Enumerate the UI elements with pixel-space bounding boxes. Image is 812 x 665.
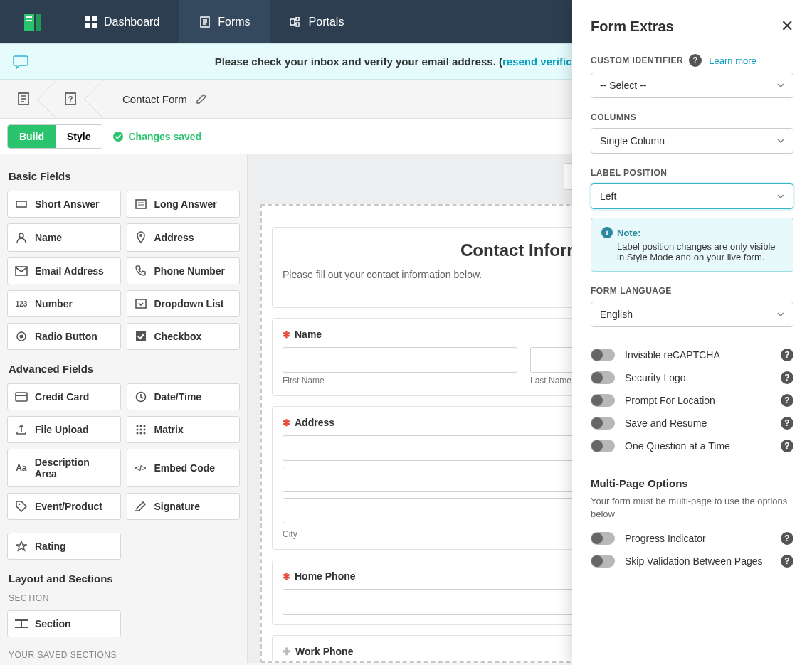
user-icon bbox=[15, 232, 28, 243]
field-signature[interactable]: Signature bbox=[127, 493, 241, 520]
pin-icon bbox=[135, 231, 147, 244]
dashboard-icon bbox=[85, 16, 98, 28]
clock-icon bbox=[135, 391, 147, 403]
advanced-fields-heading: Advanced Fields bbox=[9, 363, 240, 375]
first-name-input[interactable] bbox=[283, 347, 517, 373]
one-question-label: One Question at a Time bbox=[625, 440, 771, 452]
help-icon[interactable]: ? bbox=[781, 394, 793, 407]
address-label: Address bbox=[295, 417, 334, 428]
field-label: Address bbox=[154, 232, 194, 243]
field-label: Matrix bbox=[154, 424, 184, 435]
field-matrix[interactable]: Matrix bbox=[127, 416, 241, 443]
info-icon: i bbox=[601, 227, 613, 238]
name-label: Name bbox=[295, 329, 322, 340]
security-logo-label: Security Logo bbox=[625, 372, 771, 383]
field-long-answer[interactable]: Long Answer bbox=[127, 191, 241, 218]
help-icon[interactable]: ? bbox=[781, 349, 793, 361]
field-label: Short Answer bbox=[35, 198, 100, 210]
field-name[interactable]: Name bbox=[7, 223, 121, 252]
svg-rect-4 bbox=[85, 16, 90, 21]
mail-icon bbox=[15, 266, 28, 276]
field-label: Name bbox=[35, 232, 62, 243]
columns-select[interactable]: Single Column bbox=[591, 128, 793, 154]
field-embed-code[interactable]: </>Embed Code bbox=[127, 449, 241, 487]
edit-pencil-icon[interactable] bbox=[196, 93, 207, 105]
label-position-select[interactable]: Left bbox=[591, 183, 793, 209]
section-icon bbox=[15, 619, 28, 629]
toggle-location[interactable] bbox=[591, 394, 615, 407]
custom-identifier-select[interactable]: -- Select -- bbox=[591, 73, 793, 98]
field-section[interactable]: Section bbox=[7, 610, 121, 637]
form-language-select[interactable]: English bbox=[591, 302, 793, 327]
field-checkbox[interactable]: Checkbox bbox=[127, 323, 241, 350]
field-label: Embed Code bbox=[154, 462, 216, 474]
toggle-save-resume[interactable] bbox=[591, 417, 615, 430]
field-phone-number[interactable]: Phone Number bbox=[127, 257, 241, 284]
field-description-area[interactable]: AaDescription Area bbox=[7, 449, 121, 487]
help-icon[interactable]: ? bbox=[781, 555, 793, 568]
field-event-product[interactable]: Event/Product bbox=[7, 493, 121, 520]
star-icon bbox=[15, 541, 28, 552]
help-icon[interactable]: ? bbox=[781, 440, 793, 452]
toggle-skip-validation[interactable] bbox=[591, 555, 615, 568]
nav-portals-label: Portals bbox=[309, 16, 344, 28]
multi-page-desc: Your form must be multi-page to use the … bbox=[591, 495, 793, 521]
changes-saved-indicator: Changes saved bbox=[112, 131, 201, 142]
field-address[interactable]: Address bbox=[127, 223, 241, 252]
learn-more-link[interactable]: Learn more bbox=[709, 55, 756, 66]
field-label: Email Address bbox=[35, 265, 104, 277]
field-date-time[interactable]: Date/Time bbox=[127, 383, 241, 410]
field-label: Phone Number bbox=[154, 265, 226, 277]
help-icon[interactable]: ? bbox=[781, 371, 793, 384]
svg-point-23 bbox=[113, 132, 123, 142]
field-number[interactable]: 123Number bbox=[7, 290, 121, 317]
portals-icon bbox=[290, 16, 303, 28]
build-tab[interactable]: Build bbox=[8, 125, 56, 148]
nav-forms[interactable]: Forms bbox=[179, 0, 270, 43]
note-description: Label position changes are only visible … bbox=[617, 241, 783, 262]
svg-rect-24 bbox=[16, 201, 26, 207]
nav-dashboard[interactable]: Dashboard bbox=[65, 0, 179, 43]
app-logo[interactable] bbox=[0, 0, 65, 43]
style-tab[interactable]: Style bbox=[56, 125, 102, 148]
field-label: Long Answer bbox=[154, 198, 217, 210]
optional-icon: ✚ bbox=[283, 646, 291, 657]
field-file-upload[interactable]: File Upload bbox=[7, 416, 121, 443]
help-icon[interactable]: ? bbox=[689, 54, 702, 67]
field-dropdown-list[interactable]: Dropdown List bbox=[127, 290, 241, 317]
close-panel-button[interactable]: ✕ bbox=[781, 17, 793, 36]
field-rating[interactable]: Rating bbox=[7, 533, 121, 560]
field-credit-card[interactable]: Credit Card bbox=[7, 383, 121, 410]
logo-icon bbox=[21, 11, 44, 33]
field-email-address[interactable]: Email Address bbox=[7, 257, 121, 284]
nav-portals[interactable]: Portals bbox=[270, 0, 364, 43]
help-icon[interactable]: ? bbox=[781, 417, 793, 430]
chevron-down-icon bbox=[777, 139, 784, 143]
recaptcha-label: Invisible reCAPTCHA bbox=[625, 349, 771, 361]
svg-rect-6 bbox=[85, 23, 90, 28]
breadcrumb-home[interactable] bbox=[0, 80, 47, 119]
label-position-note: iNote: Label position changes are only v… bbox=[591, 218, 793, 272]
columns-label: COLUMNS bbox=[591, 112, 793, 122]
first-name-sublabel: First Name bbox=[283, 376, 517, 385]
custom-identifier-label: CUSTOM IDENTIFIER ? Learn more bbox=[591, 54, 793, 67]
svg-point-29 bbox=[139, 234, 142, 237]
field-radio-button[interactable]: Radio Button bbox=[7, 323, 121, 350]
required-icon: ✱ bbox=[283, 329, 290, 340]
svg-rect-13 bbox=[296, 17, 299, 21]
toggle-recaptcha[interactable] bbox=[591, 349, 615, 361]
svg-point-28 bbox=[19, 233, 23, 238]
svg-rect-12 bbox=[290, 19, 295, 25]
toggle-security-logo[interactable] bbox=[591, 371, 615, 384]
field-short-answer[interactable]: Short Answer bbox=[7, 191, 121, 218]
document-question-icon: ? bbox=[64, 92, 77, 106]
chat-icon[interactable] bbox=[13, 55, 28, 69]
toggle-one-question[interactable] bbox=[591, 440, 615, 452]
document-icon bbox=[17, 92, 30, 106]
field-label: Description Area bbox=[35, 457, 113, 479]
help-icon[interactable]: ? bbox=[781, 532, 793, 545]
field-label: Dropdown List bbox=[154, 298, 224, 309]
form-name: Contact Form bbox=[122, 93, 187, 105]
toggle-progress-indicator[interactable] bbox=[591, 532, 615, 545]
multi-page-title: Multi-Page Options bbox=[591, 477, 793, 489]
